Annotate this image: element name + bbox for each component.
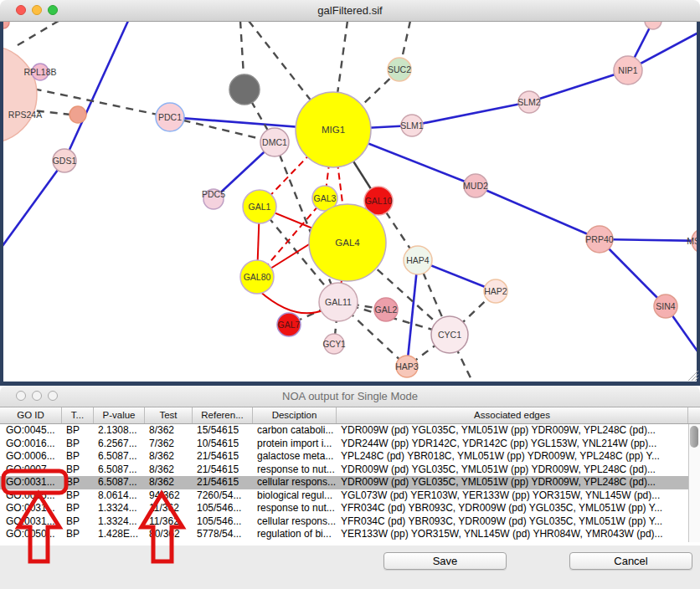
cell-test: 94/362 — [145, 489, 193, 503]
graph-node-gcy1[interactable] — [324, 334, 344, 354]
cell-description: galactose meta... — [253, 450, 337, 464]
table-row[interactable]: GO:0007...BP6.5087...8/36221/54615respon… — [0, 464, 688, 477]
cell-type: BP — [62, 438, 94, 451]
column-header-go_id[interactable]: GO ID — [0, 407, 62, 423]
graph-node-gal80[interactable] — [240, 260, 274, 294]
cell-type: BP — [62, 424, 94, 438]
scrollbar-thumb[interactable] — [690, 426, 698, 448]
table-row[interactable]: GO:0031...BP1.3324...11/362105/546...cel… — [0, 515, 688, 529]
graph-node-hap4[interactable] — [404, 246, 432, 274]
cell-p_value: 6.2567... — [94, 438, 145, 451]
graph-edge-blue — [0, 161, 64, 249]
graph-window-titlebar[interactable]: galFiltered.sif — [0, 0, 700, 22]
graph-node-gal2[interactable] — [374, 298, 398, 321]
graph-node-mud2[interactable] — [464, 174, 487, 197]
noa-window-title: NOA output for Single Mode — [0, 386, 700, 407]
cell-go_id: GO:0031... — [0, 502, 62, 515]
noa-window: NOA output for Single Mode GO IDT...P-va… — [0, 386, 700, 589]
network-canvas[interactable]: RPL18BRPS24AGDS1PDC1DMC1MIG1SUC2SLM1SLM2… — [0, 0, 700, 386]
column-header-assoc[interactable]: Associated edges — [337, 407, 688, 423]
graph-window: RPL18BRPS24AGDS1PDC1DMC1MIG1SUC2SLM1SLM2… — [0, 0, 700, 386]
table-row[interactable]: GO:0006...BP6.5087...8/36221/54615galact… — [0, 450, 688, 464]
cell-p_value: 8.0614... — [94, 489, 145, 503]
cell-type: BP — [62, 528, 94, 541]
graph-node-slm1[interactable] — [401, 115, 423, 136]
resize-grip-icon[interactable] — [688, 371, 698, 381]
column-header-test[interactable]: Test — [145, 407, 193, 423]
cell-assoc: YDR009W (pd) YGL035C, YML051W (pp) YDR00… — [337, 464, 688, 477]
cell-description: cellular respons... — [253, 476, 337, 489]
table-row[interactable]: GO:0031...BP6.5087...8/36221/54615cellul… — [0, 476, 688, 489]
cell-description: carbon cataboli... — [253, 424, 337, 438]
graph-node-cyc1[interactable] — [431, 316, 468, 353]
graph-node-dmc1[interactable] — [260, 128, 289, 156]
cell-assoc: YFR034C (pd) YBR093C, YDR009W (pd) YGL03… — [337, 502, 688, 515]
graph-node-prp40[interactable] — [586, 226, 613, 253]
graph-node-sin4[interactable] — [654, 294, 677, 318]
graph-edge-blue — [407, 260, 418, 366]
cell-description: biological regul... — [253, 489, 337, 503]
graph-node-gal11[interactable] — [319, 283, 358, 321]
cell-test: 80/362 — [145, 528, 193, 541]
graph-window-title: galFiltered.sif — [0, 0, 700, 21]
graph-edge-red — [260, 291, 325, 313]
cell-assoc: YDR009W (pd) YGL035C, YML051W (pp) YDR00… — [337, 476, 688, 489]
graph-node-suc2[interactable] — [388, 58, 411, 81]
cell-test: 11/362 — [145, 502, 193, 515]
graph-node-hap2[interactable] — [484, 279, 507, 303]
table-row[interactable]: GO:0016...BP6.2567...7/36210/54615protei… — [0, 438, 688, 451]
cell-p_value: 6.5087... — [94, 450, 145, 464]
cell-reference: 105/546... — [193, 502, 253, 515]
graph-node-gal1[interactable] — [243, 190, 276, 223]
noa-window-titlebar[interactable]: NOA output for Single Mode — [0, 386, 700, 407]
cell-description: protein import i... — [253, 438, 337, 451]
cell-go_id: GO:0050... — [0, 528, 62, 541]
cell-type: BP — [62, 476, 94, 489]
graph-edge-blue — [600, 239, 666, 306]
graph-node-gal7[interactable] — [277, 313, 301, 336]
cell-type: BP — [62, 489, 94, 503]
graph-node-rpl18b[interactable] — [32, 64, 49, 80]
button-panel: Save Cancel — [0, 545, 700, 589]
table-row[interactable]: GO:0031...BP1.3324...11/362105/546...res… — [0, 502, 688, 515]
cell-reference: 10/54615 — [193, 438, 253, 451]
graph-node-nip1[interactable] — [614, 56, 642, 85]
cell-go_id: GO:0006... — [0, 450, 62, 464]
cell-description: response to nut... — [253, 502, 337, 515]
column-header-description[interactable]: Desciption — [253, 407, 337, 423]
graph-node-big-left[interactable] — [0, 46, 37, 143]
graph-node-pdc5[interactable] — [203, 189, 224, 209]
graph-node-gds1[interactable] — [53, 149, 76, 172]
table-scrollbar[interactable] — [688, 424, 700, 542]
column-header-reference[interactable]: Referen... — [193, 407, 253, 423]
graph-edge-blue — [600, 239, 700, 241]
window-frame — [697, 21, 700, 386]
cell-reference: 7260/54... — [193, 489, 253, 503]
save-button[interactable]: Save — [383, 552, 507, 570]
window-frame — [0, 21, 3, 386]
graph-node-gal4[interactable] — [309, 204, 386, 281]
table-row[interactable]: GO:0065...BP8.0614...94/3627260/54...bio… — [0, 489, 688, 503]
graph-node-mig1[interactable] — [296, 92, 371, 167]
column-header-type[interactable]: T... — [62, 407, 94, 423]
graph-node-rps24a[interactable] — [69, 106, 86, 123]
graph-edge-blue — [64, 21, 128, 161]
cell-assoc: YGL073W (pd) YER103W, YER133W (pp) YOR31… — [337, 489, 688, 503]
graph-node-gray-node[interactable] — [229, 74, 260, 105]
cell-go_id: GO:0016... — [0, 438, 62, 451]
cell-assoc: YDR244W (pp) YDR142C, YDR142C (pp) YGL15… — [337, 438, 688, 451]
cell-type: BP — [62, 464, 94, 477]
table-header: GO IDT...P-valueTestReferen...Desciption… — [0, 407, 700, 424]
graph-node-slm2[interactable] — [518, 91, 540, 113]
cell-assoc: YER133W (pp) YOR315W, YNL145W (pd) YHR08… — [337, 528, 688, 541]
graph-node-hap3[interactable] — [396, 356, 418, 377]
graph-node-pdc1[interactable] — [156, 103, 184, 131]
cell-assoc: YPL248C (pd) YBR018C, YML051W (pp) YDR00… — [337, 450, 688, 464]
column-header-p_value[interactable]: P-value — [94, 407, 145, 423]
table-row[interactable]: GO:0045...BP2.1308...8/36215/54615carbon… — [0, 424, 688, 438]
cancel-button[interactable]: Cancel — [569, 552, 692, 570]
table-row[interactable]: GO:0050...BP1.428E...80/3625778/54...reg… — [0, 528, 688, 541]
table-body: GO:0045...BP2.1308...8/36215/54615carbon… — [0, 424, 688, 545]
screen: RPL18BRPS24AGDS1PDC1DMC1MIG1SUC2SLM1SLM2… — [0, 0, 700, 589]
cell-assoc: YFR034C (pd) YBR093C, YDR009W (pd) YGL03… — [337, 515, 688, 529]
